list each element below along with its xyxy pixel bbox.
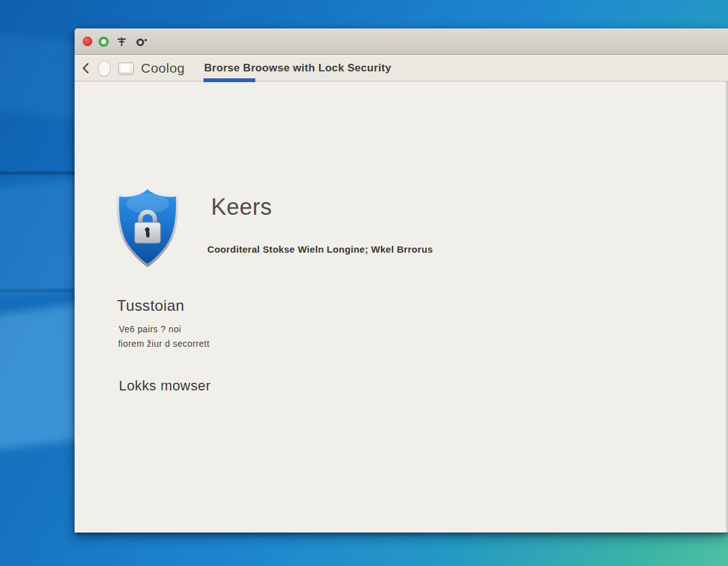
back-icon — [81, 63, 90, 74]
green-ring-button[interactable] — [99, 37, 109, 47]
app-subtitle: Coorditeral Stokse Wieln Longine; Wkel B… — [207, 244, 433, 255]
pin-icon[interactable] — [117, 36, 126, 47]
section-text-line: fiorem žiur d secorrett — [118, 339, 210, 349]
circle-dot-icon[interactable] — [136, 37, 149, 47]
oval-icon — [98, 61, 111, 76]
back-button[interactable] — [81, 56, 90, 81]
section-heading: Tusstoian — [117, 297, 185, 315]
page-content: Keers Coorditeral Stokse Wieln Longine; … — [75, 81, 728, 533]
window-titlebar — [75, 28, 728, 55]
section-text-line: Ve6 pairs ? noi — [119, 324, 181, 334]
shield-lock-icon — [114, 184, 181, 268]
brand-label[interactable]: Coolog — [141, 56, 185, 81]
tab-icon — [118, 63, 134, 75]
desktop: Coolog Brorse Broowse with Lock Security — [0, 0, 728, 566]
tab-security[interactable]: Brorse Broowse with Lock Security — [204, 56, 391, 81]
app-title: Keers — [211, 194, 272, 220]
wallpaper-edge-line — [0, 289, 76, 292]
browser-toolbar: Coolog Brorse Broowse with Lock Security — [75, 56, 728, 81]
close-button[interactable] — [83, 37, 92, 46]
browser-window: Coolog Brorse Broowse with Lock Security — [75, 28, 728, 533]
new-tab-button[interactable] — [118, 56, 134, 81]
oval-button[interactable] — [98, 56, 111, 81]
section-heading: Lokks mowser — [119, 378, 210, 394]
wallpaper-edge-line — [0, 172, 76, 174]
